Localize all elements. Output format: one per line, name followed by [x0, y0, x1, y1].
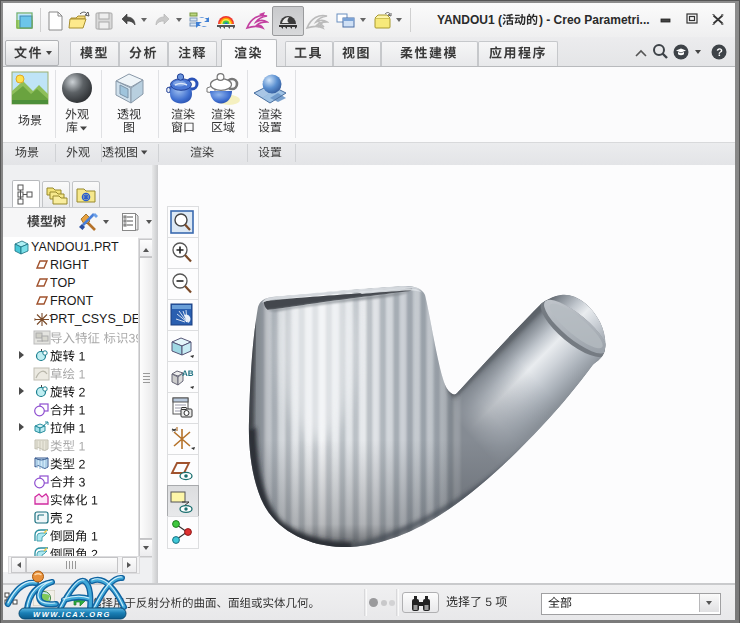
svg-text:WWW.ICAX.ORG: WWW.ICAX.ORG — [33, 610, 111, 619]
